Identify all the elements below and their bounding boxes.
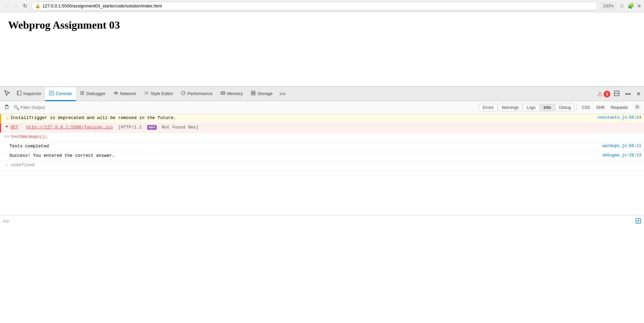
input-prompt-icon: >> [3, 134, 11, 139]
network-error-url[interactable]: http://127.0.0.1:5500/favicon.ico [26, 125, 113, 130]
tab-performance-label: Performance [187, 91, 212, 96]
filter-output-input[interactable] [21, 105, 216, 110]
input-command: testWarmups(); [11, 134, 641, 139]
tab-inspector[interactable]: Inspector [13, 87, 45, 101]
inspector-icon [17, 91, 22, 96]
success-text: Success! You entered the correct answer. [9, 153, 600, 158]
refresh-button[interactable]: ↻ [22, 2, 29, 10]
svg-rect-20 [5, 106, 8, 109]
console-icon [49, 91, 54, 96]
tab-debugger[interactable]: Debugger [76, 87, 109, 101]
filter-input-wrapper: 🔍 [13, 105, 216, 110]
style-editor-icon [144, 91, 149, 96]
svg-rect-17 [251, 94, 255, 95]
tab-memory[interactable]: Memory [217, 87, 247, 101]
filter-warnings-button[interactable]: Warnings [498, 104, 522, 111]
extensions-button[interactable]: 🧩 [627, 2, 635, 10]
filter-css-button[interactable]: CSS [579, 104, 593, 111]
filter-errors-button[interactable]: Errors [479, 104, 497, 111]
network-error-content: GET http://127.0.0.1:5500/favicon.ico [H… [10, 125, 641, 130]
error-count-badge: 1 [604, 91, 610, 97]
console-row-network-error: GET http://127.0.0.1:5500/favicon.ico [H… [0, 123, 644, 133]
console-row-warning: ⚠ InstallTrigger is deprecated and will … [0, 114, 644, 123]
console-settings-button[interactable] [633, 104, 641, 112]
menu-button[interactable]: ≡ [637, 2, 641, 10]
more-tabs-button[interactable]: >> [277, 89, 288, 99]
warning-source[interactable]: constants.js:50:14 [598, 115, 641, 120]
console-input-prompt: >> [3, 219, 9, 225]
svg-point-25 [636, 106, 638, 108]
filter-separator [577, 104, 577, 111]
console-row-tests-completed: Tests completed warmups.js:66:11 [0, 142, 644, 152]
http-version: [HTTP/1.1 [116, 125, 144, 130]
devtools-toolbar: Inspector Console Debugger Network Style [0, 87, 644, 101]
devtools-right-actions: ⚠ 1 ••• ✕ [597, 89, 643, 99]
expand-arrow-icon[interactable] [4, 125, 10, 128]
status-404-badge: 404 [147, 125, 157, 130]
tab-storage[interactable]: Storage [247, 87, 277, 101]
filter-icon: 🔍 [13, 105, 19, 110]
tab-style-editor[interactable]: Style Editor [140, 87, 177, 101]
console-filter-bar: 🔍 Errors Warnings Logs Info Debug CSS XH… [0, 101, 644, 114]
browser-actions: ☆ 🧩 ≡ [619, 2, 641, 10]
error-indicator: ⚠ 1 [597, 90, 610, 98]
tab-debugger-label: Debugger [86, 91, 105, 96]
bookmark-button[interactable]: ☆ [619, 2, 625, 10]
filter-logs-button[interactable]: Logs [523, 104, 539, 111]
forward-button[interactable]: → [12, 2, 20, 10]
console-output: ⚠ InstallTrigger is deprecated and will … [0, 114, 644, 215]
storage-icon [251, 91, 256, 96]
console-row-input: >> testWarmups(); [0, 133, 644, 142]
console-input-row: >> [0, 215, 644, 228]
page-content: Webprog Assignment 03 [0, 12, 644, 86]
tab-memory-label: Memory [227, 91, 243, 96]
back-button[interactable]: ← [3, 2, 11, 10]
close-devtools-button[interactable]: ✕ [634, 89, 643, 98]
svg-marker-26 [6, 125, 8, 127]
warning-text: InstallTrigger is deprecated and will be… [10, 115, 595, 120]
filter-debug-button[interactable]: Debug [555, 104, 575, 111]
console-row-result: ← undefined [0, 161, 644, 171]
zoom-level: 150% [601, 3, 616, 9]
debugger-icon [80, 91, 85, 96]
address-bar: 🔒 [31, 2, 598, 10]
success-spacer [3, 153, 9, 158]
svg-rect-16 [251, 92, 255, 93]
warning-icon: ⚠ [4, 115, 10, 121]
error-icon: ⚠ [597, 90, 603, 98]
pick-element-button[interactable] [1, 88, 13, 100]
console-input-field[interactable] [12, 219, 635, 224]
url-input[interactable] [42, 3, 594, 8]
filter-xhr-button[interactable]: XHR [593, 104, 607, 111]
clear-console-button[interactable] [3, 104, 11, 112]
tab-storage-label: Storage [257, 91, 273, 96]
svg-rect-2 [50, 91, 54, 95]
memory-icon [221, 91, 225, 96]
console-row-success: Success! You entered the correct answer.… [0, 152, 644, 161]
filter-info-button[interactable]: Info [540, 104, 555, 111]
tab-console[interactable]: Console [45, 87, 76, 101]
dock-button[interactable] [612, 89, 622, 99]
svg-rect-0 [17, 91, 21, 95]
tests-completed-source[interactable]: warmups.js:66:11 [603, 144, 641, 148]
success-source[interactable]: debugme.js:20:13 [603, 153, 641, 158]
tab-performance[interactable]: Performance [177, 87, 216, 101]
console-input-icon [635, 218, 641, 226]
nav-buttons: ← → ↻ [3, 2, 29, 10]
svg-rect-15 [251, 91, 255, 92]
filter-buttons: Errors Warnings Logs Info Debug CSS XHR … [479, 104, 631, 111]
not-found-text: Not Found 0ms] [159, 125, 198, 130]
tab-style-editor-label: Style Editor [151, 91, 173, 96]
network-icon [114, 91, 118, 96]
tab-inspector-label: Inspector [23, 91, 41, 96]
browser-chrome: ← → ↻ 🔒 150% ☆ 🧩 ≡ [0, 0, 644, 12]
tab-network[interactable]: Network [109, 87, 140, 101]
get-method: GET [10, 125, 18, 130]
tab-network-label: Network [120, 91, 136, 96]
filter-requests-button[interactable]: Requests [608, 104, 631, 111]
devtools-panel: Inspector Console Debugger Network Style [0, 86, 644, 228]
result-arrow-icon: ← [3, 163, 11, 168]
more-options-button[interactable]: ••• [623, 90, 633, 98]
security-icon: 🔒 [35, 3, 40, 8]
tab-console-label: Console [56, 91, 72, 96]
